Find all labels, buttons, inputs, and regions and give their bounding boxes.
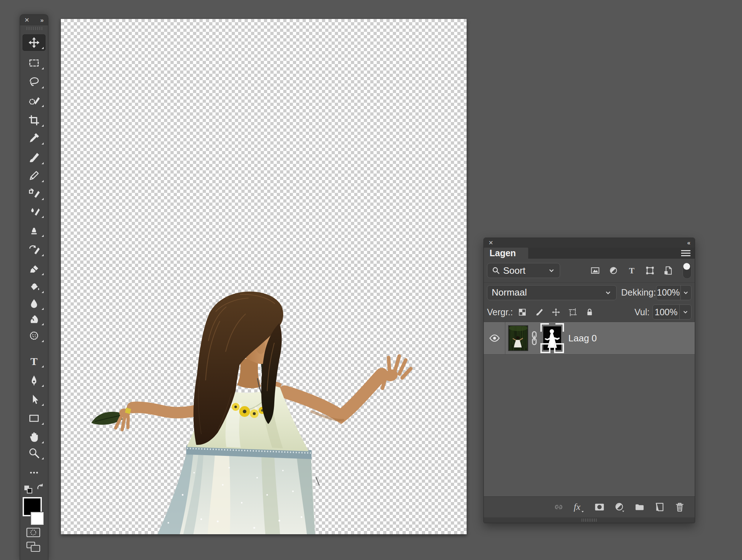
panel-tab-strip: Lagen [484, 248, 695, 259]
filter-smart-objects-icon[interactable] [663, 266, 673, 276]
layer-thumbnail[interactable] [508, 325, 528, 351]
filter-pixel-layers-icon[interactable] [590, 266, 600, 276]
document-canvas[interactable] [61, 19, 467, 534]
lock-row: Vergr.: Vul: 100% [484, 302, 695, 322]
filter-kind-label: Soort [503, 265, 525, 276]
history-brush-tool[interactable] [23, 242, 45, 258]
visibility-cell[interactable] [484, 322, 505, 354]
screen-mode-button[interactable] [25, 541, 41, 553]
clone-stamp-tool[interactable] [23, 222, 45, 239]
move-tool[interactable] [23, 34, 45, 51]
close-icon[interactable]: ✕ [488, 239, 493, 246]
hand-tool[interactable] [23, 429, 45, 445]
mask-link-icon[interactable] [531, 331, 538, 346]
background-color-swatch[interactable] [31, 512, 44, 525]
lasso-tool[interactable] [23, 74, 45, 90]
rectangular-marquee-tool[interactable] [23, 55, 45, 71]
default-colors-icon[interactable] [23, 484, 34, 495]
mixer-brush-tool[interactable] [23, 203, 45, 220]
filter-toggle-switch[interactable] [683, 262, 692, 279]
girl-cutout-image [61, 19, 467, 534]
filter-adjustment-layers-icon[interactable] [608, 266, 618, 276]
svg-text:T: T [30, 355, 38, 367]
lock-pixels-icon[interactable] [535, 308, 544, 317]
fill-field[interactable]: 100% [652, 305, 692, 320]
fill-dropdown-icon[interactable] [679, 305, 691, 319]
brush-tool[interactable] [23, 150, 45, 166]
lock-position-icon[interactable] [551, 308, 560, 317]
expand-icon[interactable]: » [40, 17, 44, 23]
layers-panel: ✕ « Lagen Soort T Normaal Dekking: 100% [483, 238, 695, 523]
filter-shape-layers-icon[interactable] [645, 266, 655, 276]
layer-list: Laag 0 [484, 322, 695, 496]
lock-transparency-icon[interactable] [518, 308, 527, 317]
eye-icon[interactable] [489, 334, 500, 342]
blur-tool[interactable] [23, 295, 45, 312]
opacity-label: Dekking: [621, 287, 656, 298]
eraser-tool[interactable] [23, 260, 45, 277]
panel-menu-icon[interactable] [681, 250, 690, 256]
link-layers-icon[interactable] [553, 502, 564, 512]
more-tools-button[interactable] [23, 464, 45, 481]
filter-type-layers-icon[interactable]: T [627, 266, 637, 276]
type-tool[interactable]: T [23, 353, 45, 369]
layer-style-icon[interactable]: fx [573, 501, 585, 513]
opacity-field[interactable]: 100% [656, 285, 692, 300]
path-selection-tool[interactable] [23, 391, 45, 408]
layers-footer: fx [484, 496, 695, 517]
tools-panel-titlebar: ✕ » [20, 15, 48, 25]
panel-grip[interactable] [25, 26, 43, 31]
opacity-value[interactable]: 100% [656, 286, 680, 300]
opacity-dropdown-icon[interactable] [680, 286, 691, 300]
collapse-icon[interactable]: « [687, 240, 690, 246]
blend-mode-row: Normaal Dekking: 100% [484, 283, 695, 302]
tools-panel: ✕ » T [20, 14, 48, 560]
adjustment-layer-icon[interactable] [614, 502, 625, 512]
fill-value[interactable]: 100% [653, 305, 679, 319]
fill-label: Vul: [635, 307, 650, 317]
rectangle-tool[interactable] [23, 410, 45, 427]
blend-mode-value: Normaal [492, 287, 527, 298]
blend-mode-dropdown[interactable]: Normaal [487, 285, 617, 300]
svg-text:T: T [629, 266, 634, 275]
add-mask-icon[interactable] [594, 502, 605, 512]
sponge-tool[interactable] [23, 327, 45, 344]
layer-filter-row: Soort T [484, 259, 695, 283]
layer-name[interactable]: Laag 0 [568, 333, 597, 344]
smudge-tool[interactable] [23, 311, 45, 327]
color-replacement-tool[interactable] [23, 185, 45, 202]
zoom-tool[interactable] [23, 445, 45, 461]
svg-text:fx: fx [574, 502, 580, 512]
filter-kind-dropdown[interactable]: Soort [487, 263, 560, 278]
close-icon[interactable]: ✕ [24, 17, 29, 23]
paint-bucket-tool[interactable] [23, 278, 45, 295]
tab-lagen[interactable]: Lagen [484, 248, 528, 259]
layer-row-laag-0[interactable]: Laag 0 [484, 322, 695, 355]
pen-tool[interactable] [23, 372, 45, 389]
lock-label: Vergr.: [487, 307, 513, 317]
panel-resize-strip[interactable] [484, 517, 695, 523]
crop-tool[interactable] [23, 112, 45, 128]
pencil-tool[interactable] [23, 167, 45, 184]
search-icon [492, 266, 500, 275]
swap-colors-icon[interactable] [36, 483, 45, 492]
layers-panel-titlebar: ✕ « [484, 238, 695, 248]
lock-all-icon[interactable] [585, 308, 594, 317]
delete-layer-icon[interactable] [674, 502, 685, 512]
lock-artboard-icon[interactable] [568, 308, 577, 317]
quick-mask-button[interactable] [26, 527, 41, 538]
eyedropper-tool[interactable] [23, 130, 45, 146]
layer-mask-thumbnail[interactable] [540, 323, 564, 353]
new-group-icon[interactable] [634, 502, 645, 512]
new-layer-icon[interactable] [654, 502, 665, 512]
quick-selection-tool[interactable] [23, 92, 45, 109]
